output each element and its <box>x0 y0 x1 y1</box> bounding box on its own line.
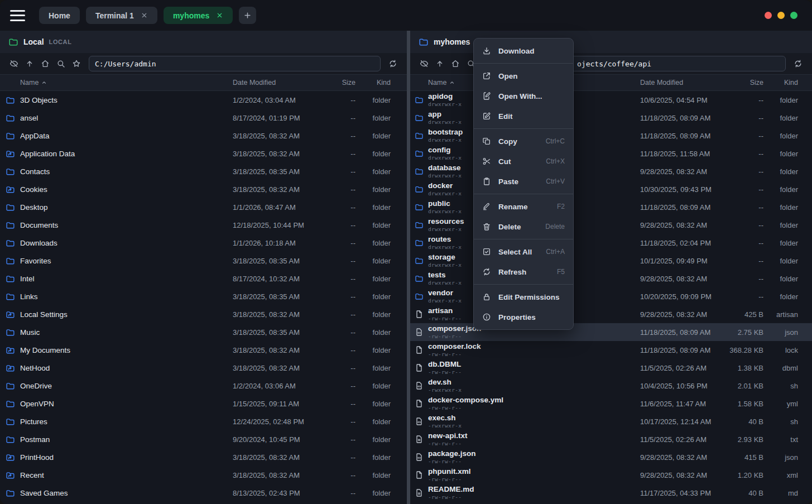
file-row[interactable]: Favorites3/18/2025, 08:35 AM--folder <box>0 252 407 270</box>
menu-item-edit-permissions[interactable]: Edit Permissions <box>474 287 573 307</box>
column-header-size[interactable]: Size <box>316 79 355 87</box>
column-header-kind[interactable]: Kind <box>763 79 798 87</box>
file-row[interactable]: My Documents3/18/2025, 08:32 AM--folder <box>0 341 407 359</box>
file-row[interactable]: Documents12/18/2025, 10:44 PM--folder <box>0 216 407 234</box>
path-input[interactable]: C:/Users/admin <box>89 56 381 71</box>
menu-item-rename[interactable]: RenameF2 <box>474 196 573 217</box>
file-row[interactable]: db.DBML-rw-rw-r--11/5/2025, 02:26 AM1.38… <box>410 359 812 377</box>
star-button[interactable] <box>69 56 84 71</box>
arrow-up-button[interactable] <box>433 56 447 71</box>
tab-terminal-1[interactable]: Terminal 1 <box>86 7 157 24</box>
eye-off-button[interactable] <box>417 56 431 71</box>
file-row[interactable]: Recent3/18/2025, 08:32 AM--folder <box>0 466 407 484</box>
file-row-selected[interactable]: composer.json-rw-rw-r--11/18/2025, 08:09… <box>410 323 812 341</box>
file-row[interactable]: bootstrapdrwxrwxr-x11/18/2025, 08:09 AM-… <box>410 127 812 145</box>
file-name-cell: db.DBML-rw-rw-r-- <box>428 361 640 375</box>
column-header-kind[interactable]: Kind <box>355 79 391 87</box>
close-tab-icon[interactable] <box>216 12 223 19</box>
file-row[interactable]: artisan-rw-rw-r--9/28/2025, 08:32 AM425 … <box>410 305 812 323</box>
refresh-button[interactable] <box>386 56 400 71</box>
file-row[interactable]: AppData3/18/2025, 08:32 AM--folder <box>0 127 407 145</box>
file-size: -- <box>724 132 763 140</box>
file-row[interactable]: 3D Objects1/2/2024, 03:04 AM--folder <box>0 91 407 109</box>
file-row[interactable]: NetHood3/18/2025, 08:32 AM--folder <box>0 359 407 377</box>
file-row[interactable]: README.md-rw-rw-r--11/17/2025, 04:33 PM4… <box>410 484 812 502</box>
menu-item-refresh[interactable]: RefreshF5 <box>474 262 573 282</box>
sort-asc-icon <box>41 80 47 85</box>
search-button[interactable] <box>54 56 68 71</box>
column-header-size[interactable]: Size <box>724 79 763 87</box>
file-row[interactable]: composer.lock-rw-rw-r--11/18/2025, 08:09… <box>410 341 812 359</box>
file-row[interactable]: apidogdrwxrwxr-x10/6/2025, 04:54 PM--fol… <box>410 91 812 109</box>
menu-item-open[interactable]: Open <box>474 66 573 86</box>
file-row[interactable]: OneDrive1/2/2024, 03:06 AM--folder <box>0 377 407 395</box>
tab-home[interactable]: Home <box>39 7 80 24</box>
file-row[interactable]: routesdrwxrwxr-x11/18/2025, 02:04 PM--fo… <box>410 234 812 252</box>
file-row[interactable]: testsdrwxrwxr-x9/28/2025, 08:32 AM--fold… <box>410 270 812 287</box>
file-row[interactable]: dev.sh-rwxrwxr-x10/4/2025, 10:56 PM2.01 … <box>410 377 812 395</box>
close-window-button[interactable] <box>765 12 772 19</box>
column-header-name[interactable]: Name <box>20 79 233 87</box>
menu-item-properties[interactable]: Properties <box>474 307 573 327</box>
file-row[interactable]: configdrwxrwxr-x11/18/2025, 11:58 AM--fo… <box>410 145 812 162</box>
menu-item-open-with[interactable]: Open With... <box>474 86 573 106</box>
menu-item-download[interactable]: Download <box>474 41 573 61</box>
file-row[interactable]: databasedrwxrwxr-x9/28/2025, 08:32 AM--f… <box>410 162 812 180</box>
new-tab-button[interactable] <box>239 7 256 24</box>
file-row[interactable]: OpenVPN1/15/2025, 09:11 AM--folder <box>0 395 407 412</box>
folder-icon <box>415 203 424 212</box>
column-header-date[interactable]: Date Modified <box>233 79 316 87</box>
file-row[interactable]: publicdrwxrwxr-x11/18/2025, 08:09 AM--fo… <box>410 198 812 216</box>
file-row[interactable]: Desktop1/1/2026, 08:47 AM--folder <box>0 198 407 216</box>
app-window: HomeTerminal 1myhomes Local LOCAL C:/Use… <box>0 0 812 504</box>
file-row[interactable]: Music3/18/2025, 08:35 AM--folder <box>0 323 407 341</box>
file-row[interactable]: phpunit.xml-rw-rw-r--9/28/2025, 08:32 AM… <box>410 466 812 484</box>
file-date: 11/18/2025, 11:58 AM <box>640 150 724 158</box>
close-tab-icon[interactable] <box>141 12 148 19</box>
folder-icon <box>415 220 424 229</box>
home-button[interactable] <box>448 56 463 71</box>
local-toolbar: C:/Users/admin <box>0 53 407 74</box>
file-row[interactable]: ansel8/17/2024, 01:19 PM--folder <box>0 109 407 127</box>
file-row[interactable]: package.json-rw-rw-r--9/28/2025, 08:32 A… <box>410 448 812 466</box>
minimize-window-button[interactable] <box>777 12 785 19</box>
file-row[interactable]: Contacts3/18/2025, 08:35 AM--folder <box>0 162 407 180</box>
file-row[interactable]: Saved Games8/13/2025, 02:43 PM--folder <box>0 484 407 502</box>
menu-item-select-all[interactable]: Select AllCtrl+A <box>474 242 573 262</box>
file-row[interactable]: dockerdrwxrwxr-x10/30/2025, 09:43 PM--fo… <box>410 180 812 198</box>
eye-off-button[interactable] <box>7 56 21 71</box>
file-row[interactable]: Downloads1/1/2026, 10:18 AM--folder <box>0 234 407 252</box>
home-button[interactable] <box>38 56 52 71</box>
file-row[interactable]: Local Settings3/18/2025, 08:32 AM--folde… <box>0 305 407 323</box>
menu-item-copy[interactable]: CopyCtrl+C <box>474 131 573 151</box>
arrow-up-button[interactable] <box>22 56 37 71</box>
file-row[interactable]: Pictures12/24/2025, 02:48 PM--folder <box>0 412 407 430</box>
file-row[interactable]: storagedrwxrwxr-x10/1/2025, 09:49 PM--fo… <box>410 252 812 270</box>
file-row[interactable]: Application Data3/18/2025, 08:32 AM--fol… <box>0 145 407 162</box>
hamburger-menu-icon[interactable] <box>10 10 25 21</box>
tab-myhomes[interactable]: myhomes <box>164 7 233 24</box>
folder-symlink-icon <box>6 185 15 194</box>
file-row[interactable]: docker-compose.yml-rw-rw-r--11/6/2025, 1… <box>410 395 812 412</box>
menu-item-paste[interactable]: PasteCtrl+V <box>474 171 573 191</box>
file-row[interactable]: Cookies3/18/2025, 08:32 AM--folder <box>0 180 407 198</box>
menu-item-cut[interactable]: CutCtrl+X <box>474 151 573 171</box>
file-row[interactable]: new-api.txt-rw-rw-r--11/5/2025, 02:26 AM… <box>410 430 812 448</box>
file-row[interactable]: exec.sh-rwxrwxr-x10/17/2025, 12:14 AM40 … <box>410 412 812 430</box>
menu-item-delete[interactable]: DeleteDelete <box>474 217 573 237</box>
file-row[interactable]: resourcesdrwxrwxr-x9/28/2025, 08:32 AM--… <box>410 216 812 234</box>
file-row[interactable]: Links3/18/2025, 08:35 AM--folder <box>0 287 407 305</box>
file-row[interactable]: Intel8/17/2024, 10:32 AM--folder <box>0 270 407 287</box>
zoom-window-button[interactable] <box>790 12 797 19</box>
file-row[interactable]: vendordrwxr-xr-x10/20/2025, 09:09 PM--fo… <box>410 287 812 305</box>
menu-item-edit[interactable]: Edit <box>474 106 573 126</box>
file-row[interactable]: PrintHood3/18/2025, 08:32 AM--folder <box>0 448 407 466</box>
file-kind: folder <box>763 150 798 158</box>
refresh-button[interactable] <box>791 56 805 71</box>
file-row[interactable]: Postman9/20/2024, 10:45 PM--folder <box>0 430 407 448</box>
file-kind: folder <box>355 132 391 140</box>
file-date: 11/18/2025, 08:09 AM <box>640 203 724 212</box>
column-header-date[interactable]: Date Modified <box>640 79 724 87</box>
file-row[interactable]: appdrwxrwxr-x11/18/2025, 08:09 AM--folde… <box>410 109 812 127</box>
cell-icon <box>0 274 20 284</box>
